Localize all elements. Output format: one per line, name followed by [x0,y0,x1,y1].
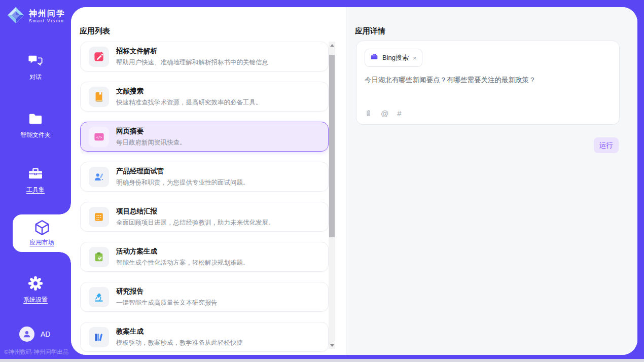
diamond-logo-icon [7,6,25,26]
user-name: AD [41,330,50,338]
app-list-item[interactable]: 产品经理面试官 明确身份和职责，为您提供专业性的面试问题。 [80,162,329,192]
app-list: 招标文件解析 帮助用户快速、准确地理解和解析招标书中的关键信息 文献搜索 快速精… [80,42,329,355]
sidebar-item-toolset[interactable]: 工具集 [0,165,71,194]
app-name: 产品经理面试官 [116,167,249,176]
app-list-title: 应用列表 [80,26,110,36]
svg-text:</>: </> [96,135,102,139]
paperclip-icon[interactable] [365,109,372,118]
sidebar-item-settings[interactable]: 系统设置 [0,275,71,304]
app-list-item[interactable]: 项目总结汇报 全面回顾项目进展，总结经验教训，助力未来优化发展。 [80,202,329,232]
app-name: 项目总结汇报 [116,207,275,216]
sidebar-item-chat[interactable]: 对话 [0,53,71,82]
gear-icon [28,275,43,292]
app-description: 模板驱动，教案秒成，教学准备从此轻松快捷 [116,339,243,347]
app-description: 明确身份和职责，为您提供专业性的面试问题。 [116,178,249,187]
app-detail-panel: 应用详情 Bing搜索 × 今日湖北有哪些新闻要点？有哪些需要关注的最新政策？ [346,7,637,355]
at-icon[interactable]: @ [381,109,388,118]
app-name: 活动方案生成 [116,247,249,256]
scrollbar-thumb[interactable] [329,55,335,237]
interviewer-icon [89,167,109,187]
sidebar-item-label: 工具集 [26,186,45,194]
app-name: 文献搜索 [116,87,262,96]
sidebar-item-label: 智能文件夹 [20,131,51,139]
avatar[interactable] [19,327,34,342]
main-container: 应用列表 招标文件解析 帮助用户快速、准确地理解和解析招标书中的关键信息 文献搜… [71,7,637,355]
cube-icon [33,220,51,236]
sidebar-item-label: 对话 [29,73,42,82]
app-detail-title: 应用详情 [355,26,385,36]
question-input[interactable]: 今日湖北有哪些新闻要点？有哪些需要关注的最新政策？ [365,76,611,85]
sidebar: 神州问学 Smart Vision 对话 智能文件夹 工具集 应用市场 系统设置… [0,0,71,362]
question-card: Bing搜索 × 今日湖北有哪些新闻要点？有哪些需要关注的最新政策？ @ # [356,41,620,125]
sidebar-item-label: 系统设置 [23,296,48,304]
scroll-down-icon[interactable] [329,342,335,349]
webpage-icon: </> [89,127,109,147]
books-icon [89,327,109,347]
brand-subtitle: Smart Vision [29,19,65,23]
user-account[interactable]: AD [0,327,71,342]
app-list-item[interactable]: 招标文件解析 帮助用户快速、准确地理解和解析招标书中的关键信息 [80,42,329,71]
clipboard-icon [89,247,109,267]
microscope-icon [89,287,109,307]
attach-toolbar: @ # [365,109,402,118]
app-description: 智能生成个性化活动方案，轻松解决规划难题。 [116,259,249,267]
app-description: 一键智能生成高质量长文本研究报告 [116,299,218,307]
brand-name: 神州问学 [29,9,65,18]
tool-tag-bing-search[interactable]: Bing搜索 × [365,49,422,67]
app-description: 全面回顾项目进展，总结经验教训，助力未来优化发展。 [116,219,275,227]
sidebar-item-label: 应用市场 [30,238,54,247]
scroll-up-icon[interactable] [329,42,335,49]
app-name: 教案生成 [116,327,243,336]
copyright-text: ©神州数码·神州问学出品 [4,348,68,356]
sidebar-item-app-market[interactable]: 应用市场 [13,214,71,252]
app-description: 快速精准查找学术资源，提高研究效率的必备工具。 [116,98,262,107]
brand-logo: 神州问学 Smart Vision [7,6,65,26]
window-bottom-edge [0,359,644,362]
app-list-panel: 应用列表 招标文件解析 帮助用户快速、准确地理解和解析招标书中的关键信息 文献搜… [71,7,346,355]
toolbox-icon [28,165,43,182]
chat-icon [28,53,43,69]
scrollbar[interactable] [329,42,335,349]
tool-tag-label: Bing搜索 [382,53,409,62]
briefcase-icon [370,53,378,63]
book-icon [89,87,109,107]
folder-icon [28,111,43,127]
app-description: 每日政府新闻资讯快查。 [116,138,186,147]
app-list-item[interactable]: 文献搜索 快速精准查找学术资源，提高研究效率的必备工具。 [80,82,329,112]
app-list-item[interactable]: 教案生成 模板驱动，教案秒成，教学准备从此轻松快捷 [80,322,329,352]
close-icon[interactable]: × [413,55,417,61]
hash-icon[interactable]: # [397,109,401,118]
app-description: 帮助用户快速、准确地理解和解析招标书中的关键信息 [116,58,268,67]
app-list-item[interactable]: </> 网页摘要 每日政府新闻资讯快查。 [80,122,329,152]
edit-doc-icon [89,47,109,67]
app-list-item[interactable]: 活动方案生成 智能生成个性化活动方案，轻松解决规划难题。 [80,242,329,272]
app-name: 研究报告 [116,287,218,296]
run-button[interactable]: 运行 [594,137,619,153]
app-list-item[interactable]: 研究报告 一键智能生成高质量长文本研究报告 [80,282,329,312]
summary-icon [89,207,109,227]
sidebar-item-smart-folder[interactable]: 智能文件夹 [0,111,71,139]
app-name: 网页摘要 [116,127,186,136]
app-name: 招标文件解析 [116,47,268,56]
